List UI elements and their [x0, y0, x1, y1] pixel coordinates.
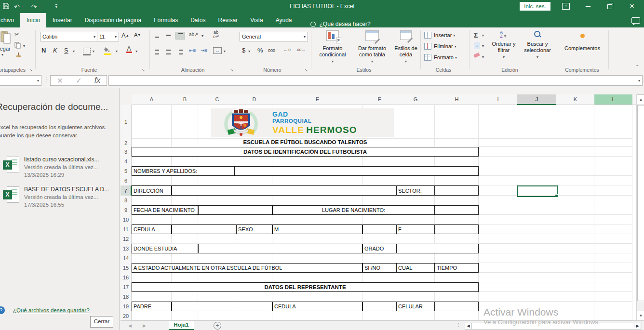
field-donde-label[interactable]: DONDE ESTUDIA — [132, 244, 198, 253]
cut-icon[interactable]: ✂ — [14, 31, 19, 38]
horizontal-scrollbar[interactable]: ◀ ▶ — [464, 322, 642, 330]
new-sheet-icon[interactable]: + — [214, 322, 221, 330]
row-header-3[interactable]: 3 — [121, 147, 132, 157]
row-header-12[interactable]: 12 — [121, 234, 132, 244]
clipboard-dialog-launcher-icon[interactable]: ↘ — [29, 67, 33, 72]
row-header-2[interactable]: 2 — [121, 139, 132, 147]
align-left-icon[interactable] — [153, 48, 160, 54]
bold-button[interactable]: N — [41, 47, 46, 54]
field-sexo-m-input[interactable] — [362, 224, 396, 234]
autosum-icon[interactable]: Σ — [474, 31, 478, 39]
restore-button[interactable] — [603, 0, 617, 13]
scroll-up-icon[interactable]: ▲ — [637, 94, 644, 105]
field-direccion-label[interactable]: DIRECCIÓN — [132, 185, 172, 196]
section-player-header[interactable]: DATOS DE IDENTIFICACIÓN DEL FUTBOLISTA — [132, 147, 479, 157]
column-header-E[interactable]: E — [272, 94, 363, 105]
align-top-icon[interactable] — [153, 33, 160, 38]
field-sexo-label[interactable]: SEXO — [236, 224, 272, 234]
fill-handle[interactable] — [555, 194, 558, 198]
row-header-10[interactable]: 10 — [121, 215, 132, 225]
field-si-no-label[interactable]: SI /NO — [362, 263, 396, 273]
field-sexo-f[interactable]: F — [396, 224, 435, 234]
percent-icon[interactable]: % — [257, 47, 263, 54]
field-grado-label[interactable]: GRADO — [362, 244, 396, 253]
recovery-close-button[interactable]: Cerrar — [90, 316, 113, 328]
fill-color-caret-icon[interactable]: ▾ — [116, 49, 118, 53]
column-header-G[interactable]: G — [396, 94, 435, 105]
orientation-icon[interactable]: ab↗ — [189, 32, 199, 37]
clear-eraser-icon[interactable] — [474, 53, 480, 57]
row-header-14[interactable]: 14 — [121, 253, 132, 264]
underline-caret-icon[interactable]: ▾ — [73, 49, 75, 53]
column-header-H[interactable]: H — [435, 94, 479, 105]
recovered-file-item[interactable]: X BASE DE DATOS ESCUELA D... Versión cre… — [0, 185, 119, 211]
comment-icon[interactable] — [631, 17, 640, 24]
increase-font-icon[interactable]: A▲ — [121, 32, 129, 39]
row-header-5[interactable]: 5 — [121, 166, 132, 176]
orientation-caret-icon[interactable]: ▾ — [201, 34, 203, 38]
field-cedula-rep-label[interactable]: CEDULA — [272, 302, 362, 311]
fill-color-icon[interactable] — [104, 47, 111, 55]
field-otra-escuela-label[interactable]: A ESTADO ACTUALMENTE EN OTRA ESCUELA DE … — [132, 263, 362, 273]
tab-bar-splitter[interactable]: ⋮ — [456, 322, 461, 327]
tab-inicio[interactable]: Inicio — [20, 13, 46, 27]
tab-disposicion[interactable]: Disposición de página — [79, 13, 148, 27]
paste-caret-icon[interactable]: ▾ — [1, 53, 3, 57]
column-header-C[interactable]: C — [198, 94, 237, 105]
increase-decimal-icon[interactable]: ←.0 — [283, 48, 291, 52]
wrap-text-icon[interactable]: ab c⏎ — [213, 30, 219, 39]
currency-icon[interactable]: $ — [242, 47, 245, 54]
paste-icon[interactable] — [0, 30, 12, 45]
field-cual-label[interactable]: CUAL — [396, 263, 435, 273]
row-header-1[interactable]: 1 — [121, 105, 132, 139]
delete-cells-button[interactable]: Eliminar ▾ — [424, 43, 456, 50]
name-box[interactable]: ▾ — [0, 75, 41, 86]
align-right-icon[interactable] — [176, 48, 183, 54]
formula-expand-caret-icon[interactable]: ▾ — [638, 79, 640, 83]
field-celular-input[interactable] — [435, 302, 479, 311]
field-lugar-input[interactable] — [435, 205, 479, 215]
row-header-9[interactable]: 9 — [121, 205, 132, 215]
section-representative-header[interactable]: DATOS DEL REPRESENTANTE — [132, 282, 479, 292]
tab-datos[interactable]: Datos — [184, 13, 212, 27]
row-header-17[interactable]: 17 — [121, 282, 132, 292]
row-header-7[interactable]: 7 — [121, 185, 132, 196]
column-header-D[interactable]: D — [236, 94, 273, 105]
tab-formulas[interactable]: Fórmulas — [148, 13, 184, 27]
format-painter-icon[interactable] — [15, 52, 22, 58]
thousands-icon[interactable]: 000 — [268, 48, 275, 53]
scroll-left-icon[interactable]: ◀ — [465, 323, 472, 330]
column-header-A[interactable]: A — [132, 94, 172, 105]
column-header-J[interactable]: J — [517, 94, 557, 105]
field-lugar-label[interactable]: LUGAR DE NACIMIENTO: — [272, 205, 435, 215]
field-cedula-rep-input[interactable] — [362, 302, 396, 311]
field-fecha-label[interactable]: FECHA DE NACIMIENTO — [132, 205, 198, 215]
copy-icon[interactable] — [14, 42, 21, 49]
font-color-icon[interactable]: A — [126, 46, 132, 53]
field-sector-input[interactable] — [435, 185, 479, 196]
number-dialog-launcher-icon[interactable]: ↘ — [304, 67, 308, 72]
horizontal-scroll-thumb[interactable] — [471, 323, 634, 330]
merge-caret-icon[interactable]: ▾ — [224, 49, 226, 53]
format-cells-button[interactable]: Formato ▾ — [424, 54, 457, 61]
fill-caret-icon[interactable]: ▾ — [482, 44, 484, 48]
align-bottom-icon[interactable] — [175, 32, 185, 40]
enter-formula-icon[interactable]: ✓ — [76, 76, 82, 85]
field-padre-input[interactable] — [172, 302, 272, 311]
tab-ayuda[interactable]: Ayuda — [269, 13, 298, 27]
vertical-scroll-thumb[interactable] — [637, 105, 644, 301]
scroll-down-icon[interactable]: ▼ — [637, 311, 644, 321]
borders-icon[interactable] — [83, 48, 91, 55]
vertical-scrollbar[interactable]: ▲ ▼ — [636, 94, 644, 320]
fill-down-icon[interactable]: ↓ — [474, 42, 480, 49]
decrease-font-icon[interactable]: A▼ — [134, 32, 141, 38]
minimize-button[interactable]: ─ — [581, 0, 595, 13]
field-tiempo-label[interactable]: TIEMPO — [435, 263, 479, 273]
row-header-4[interactable]: 4 — [121, 157, 132, 167]
align-center-icon[interactable] — [165, 48, 172, 54]
field-sector-label[interactable]: SECTOR: — [396, 185, 435, 196]
sheet-nav-left-icon[interactable]: ◀ — [128, 321, 132, 330]
row-header-6[interactable]: 6 — [121, 176, 132, 186]
field-sexo-f-input[interactable] — [435, 224, 479, 234]
field-direccion-input[interactable] — [172, 185, 396, 196]
